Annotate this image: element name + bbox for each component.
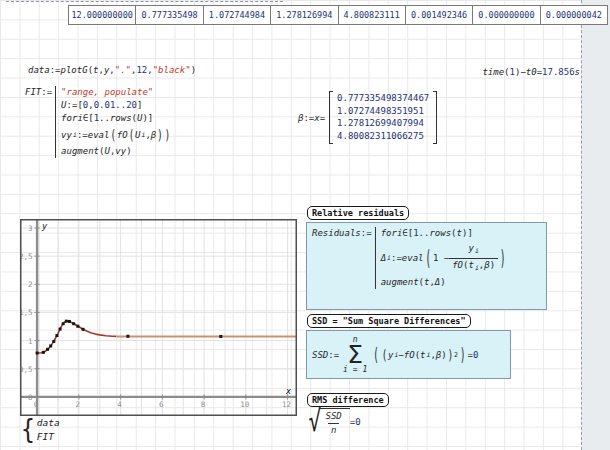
data-point [55,334,58,337]
math-token: ( [110,120,115,151]
plot-legend[interactable]: { data FIT [21,416,60,443]
x-axis-label: x [285,386,292,396]
y-tick-label: 3 [28,224,33,233]
y-axis-label: y [41,221,48,231]
math-token: FIT [25,86,41,98]
xy-plot[interactable]: 32,521,510,50024681012yx [20,219,297,416]
math-token: ( [426,214,431,302]
x-tick-label: 2 [76,400,81,409]
math-token: vy [115,145,126,158]
y-tick-label: 2,5 [20,252,33,261]
x-tick-label: 0 [34,400,39,409]
expr-data-plot[interactable]: data := plotG(t, y, ".", 12, "black") [28,64,196,76]
expr-ssd[interactable]: SSD := n Σ i = 1 ((yi − fO(ti, β))2) = 0 [306,330,511,379]
math-token: t [420,349,425,361]
math-token: i [475,246,479,257]
table-cell[interactable]: 0.001492346 [405,6,472,24]
sqrt-expression: √ SSD n [306,408,350,436]
page-margin [581,0,610,450]
data-point [52,340,55,343]
math-token: fO [117,125,128,145]
x-tick-label: 10 [240,400,250,409]
plot-border [21,220,297,416]
matrix-row: 4.80082311066275 [337,131,429,143]
label-relative-residuals[interactable]: Relative residuals [307,206,409,220]
rms-result: = 0 [350,416,361,428]
worksheet-canvas: 12.0000000000.7773354981.0727449841.2781… [0,0,610,450]
math-token: := [67,99,78,112]
fit-program-body: "range, populate" U := [0, 0.01..20] for… [55,86,171,158]
data-point [36,352,39,355]
data-point [76,325,79,328]
math-token: "." [115,64,131,76]
math-token: eval [88,125,110,145]
expr-residuals-program[interactable]: Residuals := for i ∈ [1..rows(t)] Δi := … [306,222,547,310]
math-token: augment [61,145,99,158]
data-point [49,344,52,347]
sum-operator: n Σ i = 1 [343,335,367,374]
math-token: 2 [454,349,458,361]
residuals-line-delta: Δi := eval(1 − yi fO(ti, β) ) [381,240,508,276]
data-point [46,348,49,351]
math-token: "range, populate" [61,86,153,99]
math-token: SSD [325,411,341,422]
results-table[interactable]: 12.0000000000.7773354981.0727449841.2781… [68,5,608,25]
plot-region[interactable]: 32,521,510,50024681012yx [20,219,297,416]
math-token: 1 − [433,240,449,276]
math-token: t0 [526,66,537,78]
table-cell[interactable]: 0.777335498 [135,6,202,24]
table-cell[interactable]: 12.000000000 [69,6,135,24]
math-token: y [468,243,473,254]
expr-rms[interactable]: √ SSD n = 0 [306,408,361,436]
table-cell[interactable]: 1.278126994 [270,6,337,24]
fraction-denominator: fO(ti, β) [449,258,498,274]
expr-fit-program[interactable]: FIT := "range, populate" U := [0, 0.01..… [25,86,171,158]
table-cell[interactable]: 4.800823111 [338,6,405,24]
legend-brace: { [21,414,35,445]
math-token: 0.01 [94,99,116,112]
residuals-line-for: for i ∈ [1..rows(t)] [381,227,508,240]
math-token: time [482,66,504,78]
region-edge-fragment [6,0,283,2]
expr-elapsed-time[interactable]: time(1) − t0 = 17.856 s [441,66,580,78]
table-cell[interactable]: 0.000000042 [540,6,607,24]
math-token: ( [382,345,387,364]
data-point [219,335,222,338]
math-token: .. [99,112,110,125]
math-token: fO [404,349,415,361]
expr-beta-matrix[interactable]: β := x = 0.7773354983744671.072744983519… [298,91,437,144]
residuals-lhs: Residuals := [312,227,372,239]
data-point [62,322,65,325]
ssd-lhs: SSD := [312,349,339,361]
math-token: := [328,349,339,361]
math-token: ( [129,120,134,151]
table-cell[interactable]: 0.000000000 [472,6,539,24]
table-cell[interactable]: 1.072744984 [203,6,270,24]
math-token: ) [490,260,495,271]
math-token: Residuals [312,227,361,239]
math-token: ) [460,343,465,367]
math-token: ] [137,99,142,112]
x-tick-label: 8 [201,400,206,409]
math-token: := [77,125,88,145]
label-ssd[interactable]: SSD = "Sum Square Differences" [307,314,471,328]
math-token: = [320,112,325,124]
math-token: ] [467,227,472,240]
ssd-result: = 0 [467,349,478,361]
sum-lower-limit: i = 1 [343,365,367,374]
math-token: data [28,64,50,76]
sigma-icon: Σ [347,344,363,365]
residuals-delta-pre: Δi := eval(1 − [381,240,450,276]
ssd-body: ((yi − fO(ti, β))2) [371,349,467,361]
math-token: β [151,125,156,145]
x-tick-label: 4 [117,400,122,409]
fit-line-eval: vyi := eval(fO(Ui, β)) [61,125,171,145]
fraction-numerator: yi [465,243,481,258]
y-tick-label: 1 [28,337,33,346]
math-token: rows [429,227,451,240]
fit-line-range: U := [0, 0.01..20] [61,99,171,112]
math-token: eval [402,240,424,276]
math-token: t [468,260,473,271]
rms-fraction: SSD n [322,411,344,436]
math-token: n [331,425,336,436]
